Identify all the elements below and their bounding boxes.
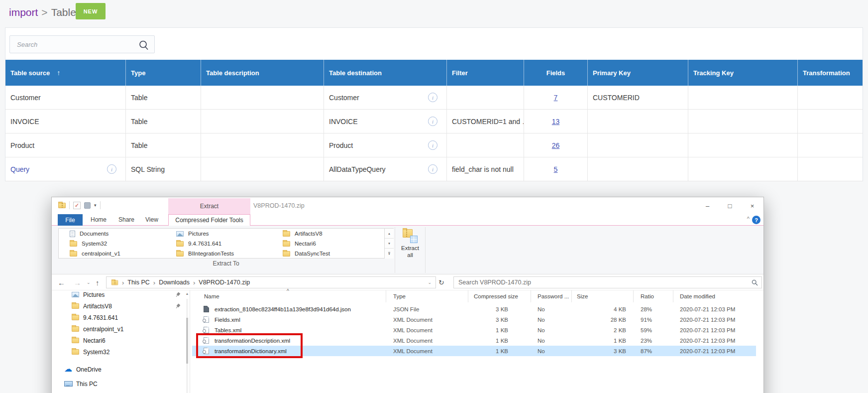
tab-compressed-folder-tools[interactable]: Compressed Folder Tools — [168, 214, 250, 226]
checkmark-icon[interactable]: ✓ — [73, 202, 81, 209]
info-icon[interactable]: i — [428, 117, 437, 126]
gallery-item[interactable]: BIIntegrationTests — [170, 249, 273, 259]
info-icon[interactable]: i — [428, 140, 437, 150]
search-icon[interactable] — [138, 40, 149, 51]
maximize-button[interactable]: □ — [719, 197, 741, 214]
file-icon — [204, 327, 209, 333]
table-row[interactable]: Query i SQL String AllDataTypeQuery i fi… — [5, 157, 863, 181]
gallery-scroll-down-icon[interactable]: ▾ — [385, 239, 394, 249]
address-bar[interactable]: › This PC › Downloads › V8PROD-1470.zip … — [106, 276, 436, 288]
tab-file[interactable]: File — [58, 214, 83, 226]
crumb-this-pc[interactable]: This PC — [127, 279, 149, 286]
fields-count-link[interactable]: 7 — [554, 94, 558, 102]
tab-home[interactable]: Home — [85, 214, 112, 225]
qat-dropdown-icon[interactable]: ▾ — [94, 203, 97, 208]
explorer-search-input[interactable] — [454, 277, 761, 288]
pin-icon[interactable] — [174, 291, 182, 298]
column-header-transformation[interactable]: Transformation — [798, 60, 863, 86]
forward-icon[interactable]: → — [74, 274, 81, 290]
gallery-item[interactable]: centralpoint_v1 — [63, 249, 167, 259]
search-icon[interactable] — [752, 279, 758, 286]
minimize-button[interactable]: – — [696, 197, 719, 214]
nav-item[interactable]: Pictures — [52, 289, 190, 300]
scroll-up-icon[interactable]: ▲ — [185, 292, 189, 295]
new-button[interactable]: NEW — [76, 3, 106, 19]
gallery-more-icon[interactable]: ▾ — [385, 249, 394, 259]
table-source-value[interactable]: INVOICE — [10, 118, 120, 126]
gallery-item[interactable]: 9.4.7631.641 — [170, 239, 273, 249]
info-icon[interactable]: i — [107, 164, 116, 174]
column-header-password[interactable]: Password ... — [531, 290, 572, 302]
table-search-input[interactable] — [10, 36, 154, 53]
sort-asc-icon[interactable]: ↑ — [57, 69, 60, 77]
table-source-value[interactable]: Customer — [10, 94, 120, 102]
column-header-date-modified[interactable]: Date modified — [673, 290, 764, 302]
refresh-icon[interactable]: ↻ — [438, 276, 444, 288]
properties-icon[interactable] — [84, 202, 91, 209]
nav-scrollbar[interactable]: ▲ — [185, 292, 189, 393]
back-icon[interactable]: ← — [58, 274, 65, 290]
fields-count-link[interactable]: 5 — [554, 165, 558, 173]
nav-item[interactable]: ArtifactsV8 — [52, 300, 190, 312]
column-header-filter[interactable]: Filter — [447, 60, 524, 86]
up-icon[interactable]: ↑ — [96, 274, 100, 290]
table-row[interactable]: Customer i Table Customer i 7 CUSTOMERID — [5, 86, 863, 110]
column-header-table-source[interactable]: Table source ↑ — [5, 60, 126, 86]
gallery-scroll-up-icon[interactable]: ▴ — [385, 229, 394, 239]
address-dropdown-icon[interactable]: ⌄ — [428, 280, 432, 285]
gallery-item[interactable]: ArtifactsV8 — [276, 229, 380, 239]
column-header-tracking-key[interactable]: Tracking Key — [688, 60, 798, 86]
close-button[interactable]: × — [741, 197, 763, 214]
nav-item[interactable]: OneDrive — [52, 364, 190, 375]
table-source-value[interactable]: Query — [10, 165, 107, 173]
file-ratio-cell: 87% — [634, 346, 673, 356]
ribbon-tabs: File Home Share View Compressed Folder T… — [52, 214, 763, 226]
help-icon[interactable]: ? — [752, 216, 760, 224]
table-row[interactable]: Product i Table Product i 26 — [5, 133, 863, 157]
file-row[interactable]: Fields.xml XML Document 3 KB No 28 KB 91… — [192, 314, 756, 325]
collapse-ribbon-icon[interactable]: ^ — [747, 216, 750, 222]
nav-item[interactable]: Nectari6 — [52, 335, 190, 346]
breadcrumb-import[interactable]: import — [9, 6, 38, 18]
zip-file-icon — [58, 203, 66, 208]
column-header-ratio[interactable]: Ratio — [634, 290, 673, 302]
file-row[interactable]: transformationDescription.xml XML Docume… — [192, 335, 756, 346]
column-header-type[interactable]: Type — [126, 60, 201, 86]
gallery-item[interactable]: DataSyncTest — [276, 249, 380, 259]
file-row[interactable]: extraction_8108ec8234ff4b11a139e8f3d941d… — [192, 304, 756, 314]
table-source-value[interactable]: Product — [10, 141, 120, 149]
nav-item[interactable]: System32 — [52, 346, 190, 358]
column-header-table-destination[interactable]: Table destination — [324, 60, 447, 86]
column-header-primary-key[interactable]: Primary Key — [588, 60, 688, 86]
fields-count-link[interactable]: 13 — [552, 118, 560, 126]
info-icon[interactable]: i — [428, 93, 437, 102]
fields-count-link[interactable]: 26 — [552, 141, 560, 149]
nav-item[interactable]: centralpoint_v1 — [52, 323, 190, 335]
tab-share[interactable]: Share — [112, 214, 140, 225]
pin-icon[interactable] — [174, 302, 182, 310]
column-header-fields[interactable]: Fields — [524, 60, 588, 86]
recent-locations-icon[interactable]: ⌄ — [87, 274, 91, 290]
column-header-table-description[interactable]: Table description — [201, 60, 324, 86]
nav-item[interactable]: 9.4.7631.641 — [52, 312, 190, 323]
crumb-downloads[interactable]: Downloads — [159, 279, 190, 286]
file-row[interactable]: Tables.xml XML Document 1 KB No 2 KB 59%… — [192, 325, 756, 335]
column-header-compressed-size[interactable]: Compressed size — [468, 290, 531, 302]
column-header-name[interactable]: Name — [192, 290, 386, 302]
nav-item[interactable]: This PC — [52, 378, 190, 390]
explorer-titlebar[interactable]: ✓ ▾ Extract V8PROD-1470.zip – □ × — [52, 197, 763, 214]
crumb-zip[interactable]: V8PROD-1470.zip — [199, 279, 250, 286]
gallery-item[interactable]: Pictures — [170, 229, 273, 239]
gallery-item[interactable]: System32 — [63, 239, 167, 249]
scrollbar-thumb[interactable] — [186, 318, 188, 364]
file-row[interactable]: transformationDictionary.xml XML Documen… — [192, 346, 756, 356]
column-header-size[interactable]: Size — [572, 290, 634, 302]
info-icon[interactable]: i — [428, 164, 437, 174]
nav-item-label: centralpoint_v1 — [83, 326, 123, 333]
table-row[interactable]: INVOICE i Table INVOICE i CUSTOMERID=1 a… — [5, 110, 863, 133]
column-header-type[interactable]: Type — [386, 290, 468, 302]
extract-all-button[interactable]: Extract all — [396, 227, 424, 272]
gallery-item[interactable]: Documents — [63, 229, 167, 239]
tab-view[interactable]: View — [139, 214, 164, 225]
gallery-item[interactable]: Nectari6 — [276, 239, 380, 249]
